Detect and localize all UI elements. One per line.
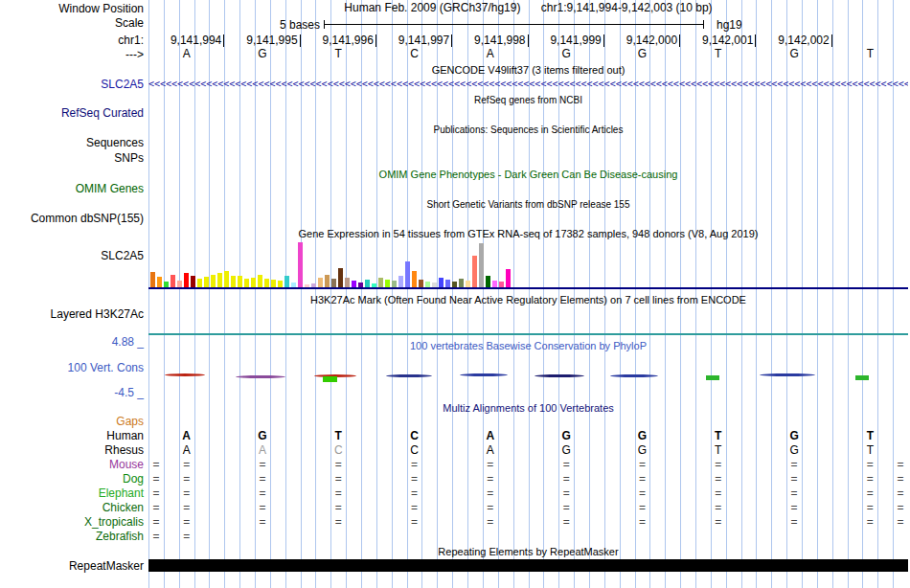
phylop-mark xyxy=(610,374,658,377)
gtex-track-title[interactable]: Gene Expression in 54 tissues from GTEx … xyxy=(148,228,908,240)
gtex-expression-bar[interactable] xyxy=(211,275,216,287)
species-label-elephant[interactable]: Elephant xyxy=(0,487,144,500)
alignment-cell: = xyxy=(179,473,194,486)
alignment-cell: = xyxy=(558,487,574,500)
gtex-expression-bar[interactable] xyxy=(385,280,390,287)
alignment-cell: = xyxy=(893,473,908,486)
gtex-expression-bar[interactable] xyxy=(378,278,383,287)
gtex-expression-bar[interactable] xyxy=(238,276,242,287)
cons-track-title[interactable]: 100 vertebrates Basewise Conservation by… xyxy=(148,340,908,352)
gtex-expression-bar[interactable] xyxy=(251,278,256,287)
coordinate-label: 9,141,996 xyxy=(303,34,376,47)
ucsc-genome-browser-view: Window Position Human Feb. 2009 (GRCh37/… xyxy=(0,0,910,588)
alignment-cell: = xyxy=(558,516,574,529)
gtex-expression-bar[interactable] xyxy=(479,243,484,287)
dbsnp-track-title[interactable]: Short Genetic Variants from dbSNP releas… xyxy=(148,198,908,211)
species-label-dog[interactable]: Dog xyxy=(0,473,144,486)
alignment-cell: = xyxy=(711,502,726,514)
gtex-expression-bar[interactable] xyxy=(217,273,222,287)
gencode-gene-line[interactable]: <<<<<<<<<<<<<<<<<<<<<<<<<<<<<<<<<<<<<<<<… xyxy=(148,79,908,90)
gtex-expression-bar[interactable] xyxy=(365,280,370,287)
refseq-track-label[interactable]: RefSeq Curated xyxy=(0,107,144,120)
gtex-expression-bar[interactable] xyxy=(439,278,444,287)
gtex-expression-bar[interactable] xyxy=(231,276,236,287)
gtex-expression-bar[interactable] xyxy=(392,281,397,287)
repeatmasker-bar[interactable] xyxy=(148,559,908,572)
repeatmasker-track-label[interactable]: RepeatMasker xyxy=(0,560,144,573)
alignment-cell: = xyxy=(179,502,194,514)
species-label-gaps[interactable]: Gaps xyxy=(0,416,144,428)
species-label-human[interactable]: Human xyxy=(0,430,144,442)
alignment-cell: = xyxy=(148,502,164,514)
gtex-expression-bar[interactable] xyxy=(466,281,470,287)
gtex-expression-bar[interactable] xyxy=(486,276,490,287)
gtex-expression-bar[interactable] xyxy=(177,281,182,287)
gtex-expression-bar[interactable] xyxy=(325,275,330,287)
snps-track-label[interactable]: SNPs xyxy=(0,152,144,165)
gtex-expression-bar[interactable] xyxy=(204,277,209,287)
gencode-track-label[interactable]: SLC2A5 xyxy=(0,79,144,91)
gencode-track-title[interactable]: GENCODE V49lift37 (3 items filtered out) xyxy=(148,64,908,77)
alignment-cell: = xyxy=(634,473,649,486)
gtex-expression-bar[interactable] xyxy=(150,272,155,287)
gtex-gene-label[interactable]: SLC2A5 xyxy=(0,250,144,262)
gtex-expression-bar[interactable] xyxy=(298,242,303,287)
gtex-expression-bar[interactable] xyxy=(412,271,417,287)
h3k27ac-track-label[interactable]: Layered H3K27Ac xyxy=(0,308,144,321)
phylop-mark xyxy=(535,374,584,377)
species-label-zebrafish[interactable]: Zebrafish xyxy=(0,531,144,543)
dbsnp-track-label[interactable]: Common dbSNP(155) xyxy=(0,213,144,225)
gtex-expression-bar[interactable] xyxy=(352,281,356,287)
scale-ruler-line xyxy=(325,24,703,25)
gtex-expression-bar[interactable] xyxy=(278,281,283,287)
alignment-cell: T xyxy=(862,444,877,457)
omim-track-title[interactable]: OMIM Gene Phenotypes - Dark Green Can Be… xyxy=(148,169,908,181)
reference-base: G xyxy=(634,48,649,60)
sequences-track-label[interactable]: Sequences xyxy=(0,137,144,149)
publications-track-title[interactable]: Publications: Sequences in Scientific Ar… xyxy=(148,124,908,136)
gtex-expression-bar[interactable] xyxy=(264,279,269,287)
gtex-expression-bar[interactable] xyxy=(171,275,175,287)
multiz-track-title[interactable]: Multiz Alignments of 100 Vertebrates xyxy=(148,402,908,415)
h3k27ac-track-title[interactable]: H3K27Ac Mark (Often Found Near Active Re… xyxy=(148,294,908,306)
bases-row: AGTCAGGTGT xyxy=(0,48,910,60)
gtex-expression-bar[interactable] xyxy=(184,273,189,287)
species-label-x_tropicalis[interactable]: X_tropicalis xyxy=(0,516,144,529)
gtex-expression-bar[interactable] xyxy=(405,261,410,287)
gtex-expression-bar[interactable] xyxy=(318,278,323,287)
gtex-expression-bar[interactable] xyxy=(338,268,343,287)
alignment-cell: G xyxy=(786,444,802,457)
alignment-cell: A xyxy=(483,430,498,442)
species-label-rhesus[interactable]: Rhesus xyxy=(0,444,144,457)
gtex-expression-bar[interactable] xyxy=(445,280,450,287)
gtex-expression-bar[interactable] xyxy=(258,275,262,287)
gtex-expression-bar[interactable] xyxy=(224,271,229,287)
gtex-expression-bar[interactable] xyxy=(191,276,195,287)
omim-track-label[interactable]: OMIM Genes xyxy=(0,183,144,195)
reference-base: A xyxy=(179,48,194,60)
reference-base: G xyxy=(558,48,574,60)
gtex-expression-bar[interactable] xyxy=(331,279,336,287)
refseq-track-title[interactable]: RefSeq genes from NCBI xyxy=(148,94,908,106)
gtex-expression-bar[interactable] xyxy=(472,256,477,287)
species-label-mouse[interactable]: Mouse xyxy=(0,459,144,471)
gtex-expression-bar[interactable] xyxy=(506,269,511,287)
gtex-expression-bar[interactable] xyxy=(398,276,403,287)
gtex-expression-bar[interactable] xyxy=(492,281,497,287)
gtex-expression-bar[interactable] xyxy=(197,279,202,287)
gtex-expression-bar[interactable] xyxy=(459,279,464,287)
gtex-expression-bar[interactable] xyxy=(284,276,289,287)
repeatmasker-track-title[interactable]: Repeating Elements by RepeatMasker xyxy=(148,546,908,558)
gtex-expression-bar[interactable] xyxy=(244,279,249,287)
gtex-expression-bar[interactable] xyxy=(157,277,162,287)
species-label-chicken[interactable]: Chicken xyxy=(0,502,144,514)
alignment-cell: G xyxy=(255,430,270,442)
gtex-expression-bar[interactable] xyxy=(271,280,276,287)
alignment-cell: = xyxy=(330,487,346,500)
scale-value: 5 bases xyxy=(224,18,320,32)
cons-track-label[interactable]: 100 Vert. Cons xyxy=(0,362,144,374)
gtex-expression-bar[interactable] xyxy=(419,280,423,287)
gtex-expression-bar[interactable] xyxy=(345,278,350,287)
alignment-cell: = xyxy=(893,516,908,529)
alignment-cell: = xyxy=(558,502,574,514)
